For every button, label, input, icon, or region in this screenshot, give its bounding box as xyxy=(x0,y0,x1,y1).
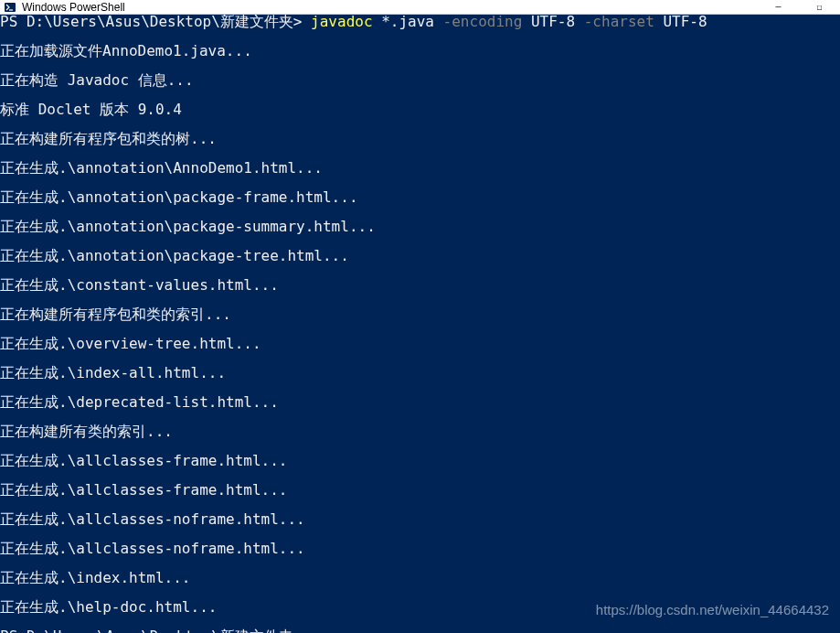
output-line: 正在构建所有程序包和类的树... xyxy=(0,132,840,146)
output-line: 正在加载源文件AnnoDemo1.java... xyxy=(0,44,840,59)
output-line: 标准 Doclet 版本 9.0.4 xyxy=(0,102,840,117)
output-line: 正在生成.\overview-tree.html... xyxy=(0,337,840,351)
command-value: UTF-8 xyxy=(522,15,583,30)
output-line: 正在生成.\allclasses-frame.html... xyxy=(0,483,840,498)
output-line: 正在生成.\annotation\package-summary.html... xyxy=(0,220,840,234)
output-line: 正在生成.\allclasses-noframe.html... xyxy=(0,542,840,556)
window-controls: ─ ☐ xyxy=(758,0,840,15)
output-line: 正在生成.\annotation\package-frame.html... xyxy=(0,190,840,205)
window-title-bar: Windows PowerShell ─ ☐ xyxy=(0,0,840,15)
command-name: javadoc xyxy=(311,15,372,30)
output-line: 正在生成.\annotation\AnnoDemo1.html... xyxy=(0,161,840,176)
command-flag: -charset xyxy=(584,15,654,30)
output-line: 正在生成.\index.html... xyxy=(0,571,840,585)
output-line: 正在生成.\allclasses-frame.html... xyxy=(0,454,840,468)
command-args: *.java xyxy=(373,15,443,30)
command-value: UTF-8 xyxy=(654,15,707,30)
output-line: 正在构造 Javadoc 信息... xyxy=(0,73,840,88)
minimize-button[interactable]: ─ xyxy=(758,0,799,15)
watermark-text: https://blog.csdn.net/weixin_44664432 xyxy=(596,603,829,617)
command-flag: -encoding xyxy=(443,15,523,30)
output-line: 正在生成.\allclasses-noframe.html... xyxy=(0,512,840,527)
output-line: 正在构建所有类的索引... xyxy=(0,424,840,439)
powershell-icon xyxy=(4,1,16,14)
prompt-path: PS D:\Users\Asus\Desktop\新建文件夹> xyxy=(0,15,302,30)
output-line: 正在生成.\deprecated-list.html... xyxy=(0,395,840,410)
output-line: 正在生成.\annotation\package-tree.html... xyxy=(0,249,840,263)
output-line: 正在构建所有程序包和类的索引... xyxy=(0,307,840,322)
prompt-path: PS D:\Users\Asus\Desktop\新建文件夹> xyxy=(0,628,311,633)
output-line: 正在生成.\constant-values.html... xyxy=(0,278,840,293)
terminal-area[interactable]: PS D:\Users\Asus\Desktop\新建文件夹> javadoc … xyxy=(0,15,840,633)
maximize-button[interactable]: ☐ xyxy=(799,0,840,15)
output-line: 正在生成.\index-all.html... xyxy=(0,366,840,381)
window-title: Windows PowerShell xyxy=(22,1,125,14)
